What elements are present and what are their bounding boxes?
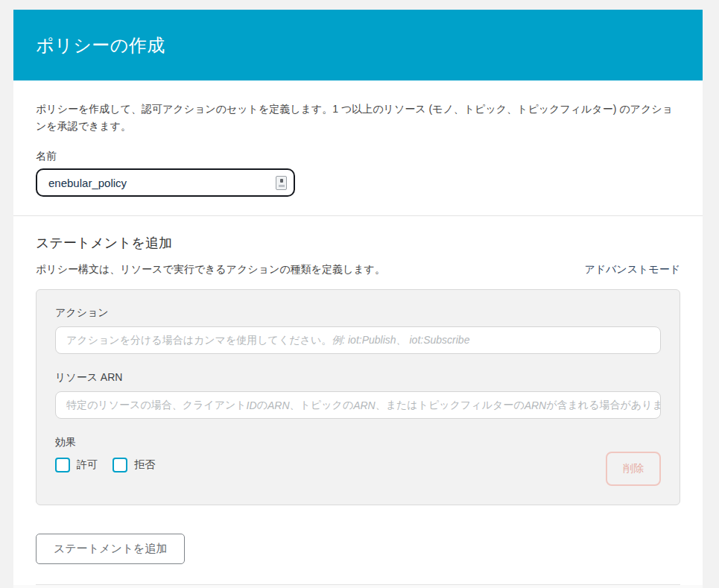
action-label: アクション [55, 306, 661, 320]
deny-checkbox-label: 拒否 [134, 458, 155, 472]
statements-heading: ステートメントを追加 [36, 234, 680, 252]
advanced-mode-link[interactable]: アドバンストモード [584, 263, 680, 276]
footer-strip [13, 585, 703, 588]
create-policy-card: ポリシーの作成 ポリシーを作成して、認可アクションのセットを定義します。1 つ以… [13, 10, 703, 588]
name-input-wrap [36, 168, 295, 197]
statements-description: ポリシー構文は、リソースで実行できるアクションの種類を定義します。 [36, 263, 385, 276]
resource-arn-label: リソース ARN [55, 371, 661, 385]
page-header: ポリシーの作成 [13, 10, 703, 80]
policy-name-input[interactable] [36, 168, 295, 197]
deny-checkbox[interactable] [113, 458, 127, 472]
resource-arn-field: リソース ARN 特定のリソースの場合、クライアント ID の ARN、トピック… [55, 371, 661, 419]
effect-label: 効果 [55, 436, 661, 449]
delete-statement-button[interactable]: 削除 [606, 452, 661, 486]
statements-section: ステートメントを追加 ポリシー構文は、リソースで実行できるアクションの種類を定義… [13, 216, 703, 585]
effect-field: 効果 許可 拒否 [55, 436, 661, 472]
statement-card: アクション アクションを分ける場合はカンマを使用してください。例: iot:Pu… [36, 289, 680, 505]
allow-checkbox-label: 許可 [77, 458, 98, 472]
action-field: アクション アクションを分ける場合はカンマを使用してください。例: iot:Pu… [55, 306, 661, 354]
action-input[interactable]: アクションを分ける場合はカンマを使用してください。例: iot:Publish、… [55, 326, 661, 354]
intro-description: ポリシーを作成して、認可アクションのセットを定義します。1 つ以上のリソース (… [36, 101, 680, 134]
create-policy-page: ポリシーの作成 ポリシーを作成して、認可アクションのセットを定義します。1 つ以… [0, 0, 719, 588]
effect-options-row: 許可 拒否 [55, 458, 661, 472]
resource-arn-input[interactable]: 特定のリソースの場合、クライアント ID の ARN、トピックの ARN、または… [55, 391, 661, 419]
add-statement-button[interactable]: ステートメントを追加 [36, 534, 185, 564]
page-title: ポリシーの作成 [36, 34, 165, 57]
name-label: 名前 [36, 150, 680, 163]
statements-subrow: ポリシー構文は、リソースで実行できるアクションの種類を定義します。 アドバンスト… [36, 263, 680, 276]
autofill-icon [276, 176, 287, 190]
intro-section: ポリシーを作成して、認可アクションのセットを定義します。1 つ以上のリソース (… [13, 80, 703, 215]
allow-checkbox[interactable] [55, 458, 70, 472]
